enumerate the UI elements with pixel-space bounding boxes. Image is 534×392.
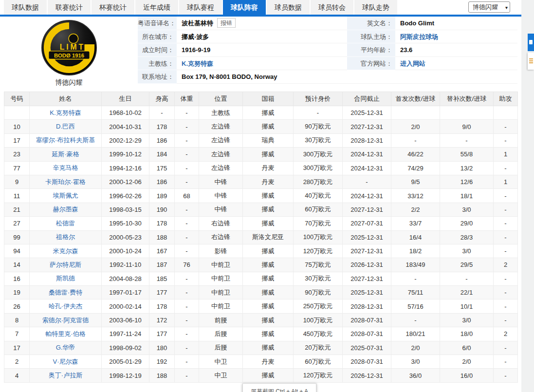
cell-5: 右边锋 [199, 230, 243, 244]
info-value-text: 1916-9-19 [182, 46, 210, 54]
cell-5: 中前卫 [199, 272, 243, 285]
cell-7: 300万欧元 [294, 148, 343, 161]
cell-2: 2000-10-24 [102, 244, 149, 258]
cell-4: - [175, 369, 199, 382]
info-value-text[interactable]: 阿斯皮拉球场 [400, 33, 438, 40]
tab-7[interactable]: 球员转会 [311, 0, 353, 15]
cell-11: - [494, 203, 518, 216]
cell-9: 33/12 [391, 189, 440, 203]
player-name-link[interactable]: 卡斯珀尔·霍格 [45, 178, 85, 186]
cell-4: - [175, 327, 199, 341]
player-name-link[interactable]: 赫尔墨森 [53, 205, 78, 213]
tab-2[interactable]: 杯赛统计 [92, 0, 134, 15]
cell-7: 60万欧元 [294, 355, 343, 369]
cell-1: 塞缪尔·布拉科夫斯基 [30, 133, 102, 147]
table-row: 7帕特里克·伯格1997-11-24177-后腰挪威450万欧元2028-07-… [4, 327, 518, 341]
floating-sidebar-feedback-button[interactable] [528, 53, 534, 70]
tab-6[interactable]: 球员数据 [267, 0, 310, 15]
cell-3: 186 [149, 133, 175, 147]
player-name-link[interactable]: 塞缪尔·布拉科夫斯基 [36, 136, 95, 144]
cell-5: 中锋 [199, 203, 243, 216]
cell-8: 2027-12-31 [343, 203, 391, 216]
player-name-link[interactable]: V·尼尔森 [53, 358, 78, 365]
cell-9: 18/2 [391, 244, 440, 258]
cell-6: 挪威 [243, 106, 294, 120]
player-name-link[interactable]: G.华帝 [56, 344, 75, 351]
cell-5: 主教练 [199, 106, 243, 120]
cell-5: 中前卫 [199, 299, 243, 313]
cell-3: 188 [149, 369, 175, 382]
cell-2: 1995-10-30 [102, 217, 149, 230]
tab-5[interactable]: 球队阵容 [223, 0, 266, 15]
team-selector-value: 博德闪耀 [473, 3, 498, 11]
cell-7: 90万欧元 [294, 120, 343, 133]
player-name-link[interactable]: 斯凯德 [56, 275, 75, 282]
player-name-link[interactable]: 米克尔森 [53, 247, 78, 255]
team-selector-dropdown[interactable]: 博德闪耀 ▾ [468, 1, 510, 13]
info-value: 23.6 [395, 43, 517, 57]
cell-9: 2/0 [391, 341, 440, 355]
tab-0[interactable]: 球队数据 [4, 0, 47, 15]
cell-3: 188 [149, 230, 175, 244]
tab-8[interactable]: 球队走势 [354, 0, 397, 15]
cell-8: 2024-12-31 [343, 161, 391, 175]
tab-3[interactable]: 近年成绩 [135, 0, 178, 15]
team-logo-cell: LIMT BODØ 1916 博德闪耀 [0, 17, 138, 84]
cell-1: 帕特里克·伯格 [30, 327, 102, 341]
chat-icon [529, 40, 533, 44]
player-name-link[interactable]: 哈孔·伊夫杰 [49, 302, 82, 310]
player-name-link[interactable]: 祖格尔 [56, 233, 75, 241]
table-row: 8索德尔·阿克雷德2003-06-10172-前腰挪威100万欧元2028-07… [4, 313, 518, 327]
cell-8: 2028-12-31 [343, 133, 391, 147]
player-name-link[interactable]: 埃斯佩尤 [53, 192, 78, 199]
cell-4: - [175, 175, 199, 188]
cell-2: 1998-09-02 [102, 341, 149, 355]
cell-0: 4 [4, 369, 30, 382]
cell-6: 挪威 [243, 299, 294, 313]
cell-11: - [494, 133, 518, 147]
tab-1[interactable]: 联赛统计 [48, 0, 91, 15]
cell-8: 2028-07-31 [343, 313, 391, 327]
player-name-link[interactable]: 延斯·豪格 [52, 150, 79, 158]
player-name-link[interactable]: 桑德雷·费特 [49, 289, 82, 296]
report-error-button[interactable]: 报错 [217, 18, 236, 28]
info-value-text: Bodo Glimt [400, 19, 434, 27]
cell-7: 280万欧元 [294, 175, 343, 188]
cell-5: 中锋 [199, 175, 243, 188]
player-name-link[interactable]: 萨尔特尼斯 [50, 261, 81, 268]
player-name-link[interactable]: K.克努特森 [50, 109, 81, 116]
info-value-text[interactable]: K.克努特森 [182, 60, 213, 67]
team-logo-bodo-glimt-crest: LIMT BODØ 1916 [41, 19, 97, 76]
cell-4: - [175, 120, 199, 133]
player-name-link[interactable]: 帕特里克·伯格 [45, 330, 85, 337]
cell-6: 挪威 [243, 120, 294, 133]
cell-2: 1996-02-26 [102, 189, 149, 203]
cell-7: 40万欧元 [294, 189, 343, 203]
table-row: 27松德雷1995-10-30178-右边锋挪威70万欧元2027-07-313… [4, 217, 518, 230]
cell-6: 挪威 [243, 203, 294, 216]
cell-3: 175 [149, 161, 175, 175]
cell-2: 2002-12-29 [102, 133, 149, 147]
column-header-11: 助攻 [494, 92, 518, 106]
cell-1: 赫尔墨森 [30, 203, 102, 216]
column-header-3: 身高 [149, 92, 175, 106]
cell-5: 中前卫 [199, 286, 243, 299]
info-value-text: 23.6 [400, 46, 412, 54]
cell-6: 挪威 [243, 313, 294, 327]
cell-9: - [391, 133, 440, 147]
roster-body: K.克努特森1968-10-02--主教练挪威-2025-12-3110D.巴西… [4, 106, 518, 383]
floating-sidebar-blue-button[interactable] [528, 34, 534, 51]
player-name-link[interactable]: 辛克马格 [53, 164, 78, 171]
player-name-link[interactable]: 索德尔·阿克雷德 [42, 317, 89, 324]
player-name-link[interactable]: 松德雷 [56, 220, 75, 227]
cell-6: 挪威 [243, 244, 294, 258]
player-name-link[interactable]: 奥丁·卢拉斯 [49, 372, 82, 379]
cell-9: 46/22 [391, 148, 440, 161]
player-name-link[interactable]: D.巴西 [56, 123, 75, 130]
screenshot-shortcut-tooltip: 屏幕截图 Ctrl + Alt + A [242, 383, 316, 392]
tab-4[interactable]: 球队赛程 [179, 0, 222, 15]
cell-10: 9/0 [440, 120, 494, 133]
cell-7: 100万欧元 [294, 230, 343, 244]
info-value-text[interactable]: 进入网站 [400, 60, 425, 67]
cell-0: 23 [4, 148, 30, 161]
